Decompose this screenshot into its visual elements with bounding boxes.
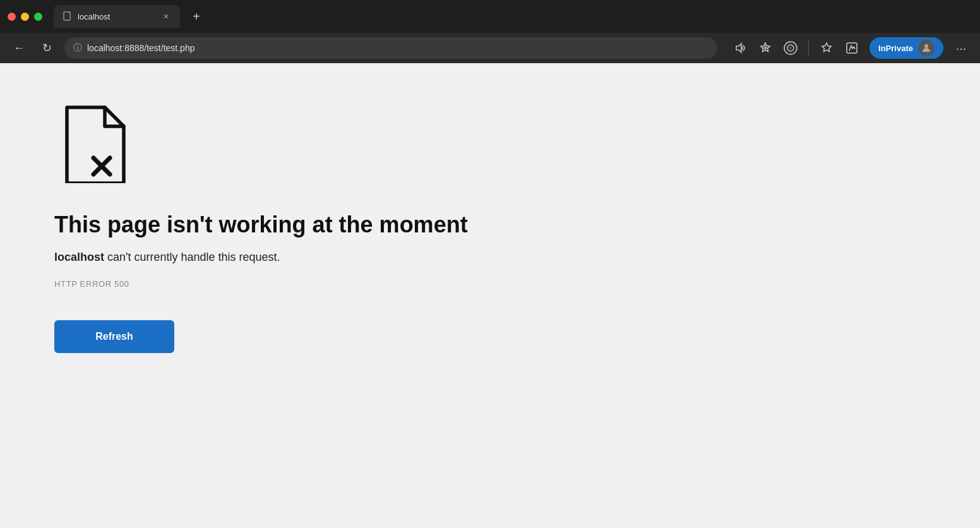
new-tab-button[interactable]: + [186, 6, 206, 27]
error-hostname: localhost [54, 251, 104, 263]
maximize-button[interactable] [34, 13, 42, 21]
address-text: localhost:8888/test/test.php [87, 43, 708, 53]
tab-title: localhost [78, 12, 156, 21]
tracking-prevention-button[interactable] [780, 38, 801, 58]
browser-tab[interactable]: localhost × [54, 5, 180, 28]
page-content: This page isn't working at the moment lo… [0, 63, 980, 528]
title-bar: localhost × + [0, 0, 980, 33]
traffic-lights [8, 13, 42, 21]
add-favorite-button[interactable] [755, 38, 775, 58]
refresh-nav-button[interactable]: ↻ [37, 38, 57, 58]
inprivate-button[interactable]: InPrivate [869, 37, 943, 59]
error-description: localhost can't currently handle this re… [54, 251, 926, 264]
close-button[interactable] [8, 13, 16, 21]
tab-close-button[interactable]: × [161, 11, 171, 21]
address-bar: ← ↻ ⓘ localhost:8888/test/test.php [0, 33, 980, 63]
error-heading: This page isn't working at the moment [54, 211, 926, 238]
address-input-wrapper[interactable]: ⓘ localhost:8888/test/test.php [64, 37, 717, 59]
lock-icon: ⓘ [73, 42, 82, 54]
avatar [918, 40, 935, 56]
tab-page-icon [63, 11, 73, 21]
svg-point-5 [789, 47, 792, 49]
inprivate-label: InPrivate [878, 44, 913, 53]
more-menu-button[interactable]: ··· [951, 38, 971, 58]
error-description-rest: can't currently handle this request. [104, 251, 280, 263]
error-code: HTTP ERROR 500 [54, 279, 926, 289]
minimize-button[interactable] [21, 13, 29, 21]
read-aloud-button[interactable] [730, 38, 750, 58]
toolbar-divider [808, 40, 809, 56]
toolbar-icons [730, 38, 862, 58]
svg-point-8 [924, 44, 928, 48]
error-file-icon [54, 101, 926, 186]
back-button[interactable]: ← [9, 38, 29, 58]
refresh-button[interactable]: Refresh [54, 320, 174, 353]
math-solver-button[interactable] [842, 38, 862, 58]
svg-rect-0 [64, 12, 70, 20]
svg-rect-6 [790, 42, 791, 44]
favorites-button[interactable] [816, 38, 837, 58]
